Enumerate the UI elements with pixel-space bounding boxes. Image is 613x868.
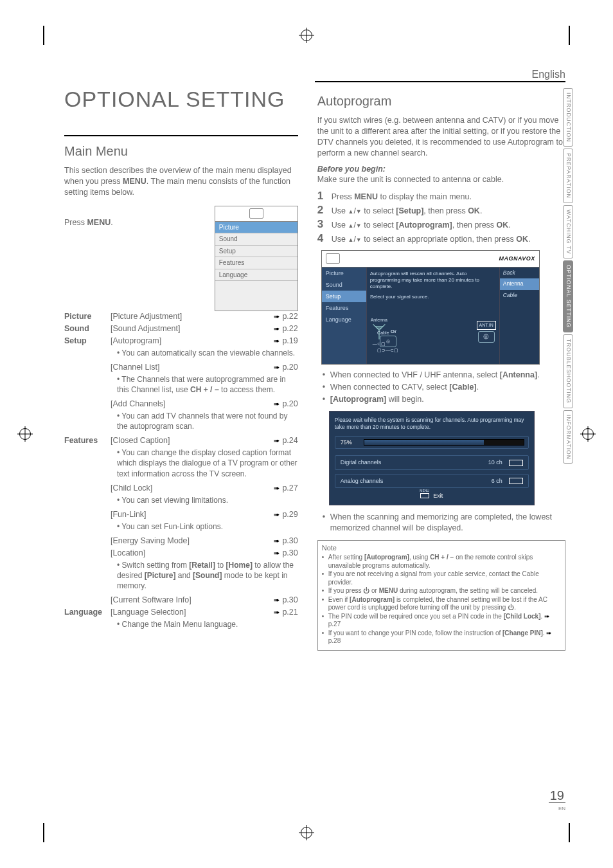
index-row: Picture[Picture Adjustment]p.22 [64, 311, 298, 322]
index-page: p.20 [262, 362, 298, 373]
post-graphic-bullets: When connected to VHF / UHF antenna, sel… [323, 370, 565, 405]
side-tab: INFORMATION [563, 410, 573, 464]
main-menu-graphic: Picture Sound Setup Features Language [215, 206, 298, 312]
index-page: p.19 [262, 336, 298, 347]
scan-graphic: Please wait while the system is scanning… [329, 411, 535, 505]
side-tab: TROUBLESHOOTING [563, 334, 573, 408]
index-row: Sound[Sound Adjustment]p.22 [64, 323, 298, 334]
side-tabs: INTRODUCTIONPREPARATIONWATCHING TVOPTION… [563, 88, 573, 464]
bullet-antenna: When connected to VHF / UHF antenna, sel… [323, 370, 565, 381]
scan-done-bullet: When the scanning and memorizing are com… [323, 512, 565, 534]
index-page: p.30 [262, 595, 298, 606]
autoprogram-graphic: MAGNAVOX PictureSoundSetupFeaturesLangua… [321, 250, 540, 365]
index-item: [Closed Caption] [111, 435, 262, 446]
index-item: [Child Lock] [111, 483, 262, 494]
ap-right-item: Antenna [500, 278, 539, 289]
index-desc: • You can automatically scan the viewabl… [117, 348, 298, 358]
scan-exit: Exit [335, 492, 529, 500]
menu-item-setup: Setup [215, 246, 298, 258]
note-item: Even if [Autoprogram] is completed, the … [322, 596, 561, 612]
index-row: [Fun-Link]p.29 [64, 509, 298, 520]
menu-item-picture: Picture [215, 222, 298, 234]
index-page: p.30 [262, 548, 298, 559]
ap-label: Select your signal source. [370, 294, 496, 301]
index-page: p.21 [262, 607, 298, 618]
note-heading: Note [322, 543, 561, 553]
index-row: [Add Channels]p.20 [64, 399, 298, 410]
side-tab: WATCHING TV [563, 205, 573, 258]
index-page: p.20 [262, 399, 298, 410]
step-1: 1 Press MENU to display the main menu. [317, 190, 565, 203]
note-item: If you are not receiving a signal from y… [322, 570, 561, 586]
index-row: Setup[Autoprogram]p.19 [64, 336, 298, 347]
main-menu-heading: Main Menu [64, 143, 298, 160]
index-desc: • You can set viewing limitations. [117, 495, 298, 505]
menu-item-sound: Sound [215, 233, 298, 246]
index-item: [Sound Adjustment] [111, 323, 262, 334]
index-row: [Channel List]p.20 [64, 362, 298, 373]
ap-left-item: Language [322, 314, 366, 325]
index-category: Picture [64, 311, 111, 322]
index-row: [Energy Saving Mode]p.30 [64, 536, 298, 547]
before-begin: Before you begin: Make sure the unit is … [317, 164, 565, 186]
index-item: [Picture Adjustment] [111, 311, 262, 322]
bullet-cable: When connected to CATV, select [Cable]. [323, 382, 565, 393]
ant-in-icon: ◎ [478, 331, 495, 343]
step-3: 3 Use / to select [Autoprogram], then pr… [317, 219, 565, 231]
ant-in-label: ANT.IN [477, 321, 496, 329]
index-row: Language[Language Selection]p.21 [64, 607, 298, 618]
index-row: [Location]p.30 [64, 548, 298, 559]
index-category: Sound [64, 323, 111, 334]
ap-message: Autoprogram will rescan all channels. Au… [370, 271, 496, 290]
index-desc: • You can set Fun-Link options. [117, 521, 298, 532]
tv-icon [249, 208, 263, 219]
bullet-begin: [Autoprogram] will begin. [323, 394, 565, 405]
ap-left-item: Features [322, 302, 366, 314]
index-item: [Add Channels] [111, 399, 262, 410]
index-item: [Language Selection] [111, 607, 262, 618]
autoprogram-steps: 1 Press MENU to display the main menu. 2… [317, 190, 565, 245]
index-page: p.22 [262, 311, 298, 322]
ap-right-item: Cable [500, 290, 539, 301]
brand-logo: MAGNAVOX [499, 255, 535, 262]
index-row: Features[Closed Caption]p.24 [64, 435, 298, 446]
note-item: If you press ⏻ or MENU during autoprogra… [322, 587, 561, 595]
index-item: [Autoprogram] [111, 336, 262, 347]
note-item: If you want to change your PIN code, fol… [322, 629, 561, 646]
scan-digital-row: Digital channels 10 ch [335, 455, 529, 469]
index-desc: • The Channels that were autoprogrammed … [117, 374, 298, 395]
note-item: The PIN code will be required once you s… [322, 613, 561, 629]
index-desc: • You can add TV channels that were not … [117, 411, 298, 431]
index-page: p.22 [262, 323, 298, 334]
page-title: OPTIONAL SETTING [64, 85, 298, 114]
note-box: Note After setting [Autoprogram], using … [317, 540, 565, 651]
side-tab: OPTIONAL SETTING [563, 260, 573, 332]
side-tab: INTRODUCTION [563, 88, 573, 147]
ap-left-item: Sound [322, 279, 366, 291]
section-rule [64, 135, 298, 136]
scan-message: Please wait while the system is scanning… [335, 417, 529, 431]
step-2: 2 Use / to select [Setup], then press OK… [317, 204, 565, 217]
index-desc: • Change the Main Menu language. [117, 619, 298, 629]
index-item: [Current Software Info] [111, 595, 262, 606]
index-item: [Energy Saving Mode] [111, 536, 262, 547]
index-page: p.24 [262, 435, 298, 446]
index-category: Setup [64, 336, 111, 347]
index-category: Features [64, 435, 111, 446]
page-number: 19 EN [549, 787, 565, 813]
note-item: After setting [Autoprogram], using CH + … [322, 554, 561, 570]
index-row: [Current Software Info]p.30 [64, 595, 298, 606]
index-item: [Fun-Link] [111, 509, 262, 520]
index-page: p.29 [262, 509, 298, 520]
index-category: Language [64, 607, 111, 618]
main-menu-intro: This section describes the overview of t… [64, 165, 298, 198]
scan-analog-row: Analog channels 6 ch [335, 474, 529, 488]
autoprogram-intro: If you switch wires (e.g. between antenn… [317, 115, 565, 159]
index-item: [Location] [111, 548, 262, 559]
menu-index: Picture[Picture Adjustment]p.22Sound[Sou… [64, 311, 298, 629]
scan-progress: 75% [335, 436, 529, 449]
index-item: [Channel List] [111, 362, 262, 373]
index-desc: • Switch setting from [Retail] to [Home]… [117, 560, 298, 592]
index-page: p.27 [262, 483, 298, 494]
menu-item-language: Language [215, 269, 298, 282]
